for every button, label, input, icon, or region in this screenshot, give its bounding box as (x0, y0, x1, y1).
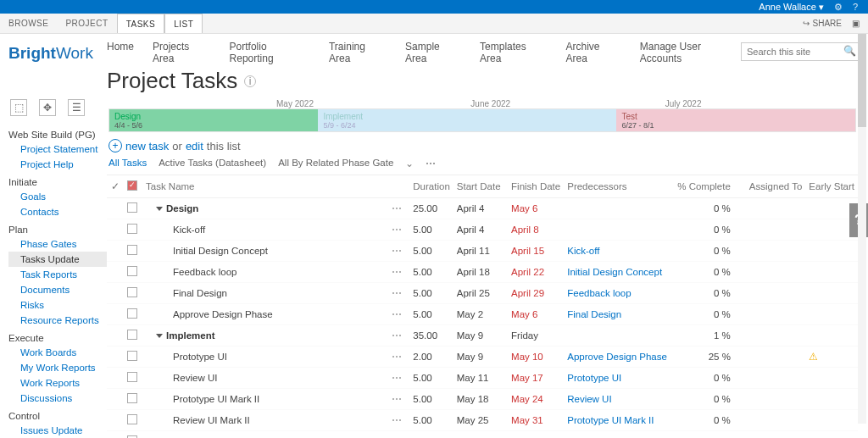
timeline-bar-design[interactable]: Design 4/4 - 5/6 (109, 109, 318, 131)
sidebar-item-help[interactable]: Project Help (8, 157, 107, 172)
table-row[interactable]: Prototype UI ⋯ 2.00 May 9 May 10 Approve… (107, 347, 858, 368)
row-menu[interactable]: ⋯ (384, 389, 409, 410)
nav-archive[interactable]: Archive Area (566, 41, 621, 64)
row-checkbox[interactable] (127, 308, 137, 319)
table-row[interactable]: Feedback loop ⋯ 5.00 April 18 April 22 I… (107, 262, 858, 283)
help-icon[interactable]: ? (853, 2, 858, 12)
nav-projects[interactable]: Projects Area (153, 41, 211, 64)
col-finish[interactable]: Finish Date (508, 175, 564, 198)
table-row[interactable]: Approve Design Phase ⋯ 5.00 May 2 May 6 … (107, 304, 858, 325)
table-row[interactable]: Initial Design Concept ⋯ 5.00 April 11 A… (107, 241, 858, 262)
row-menu[interactable]: ⋯ (384, 198, 409, 219)
view-all[interactable]: All Tasks (108, 158, 147, 169)
row-menu[interactable]: ⋯ (384, 262, 409, 283)
row-menu[interactable]: ⋯ (384, 304, 409, 325)
table-row[interactable]: Kick-off ⋯ 5.00 April 4 April 8 0 % (107, 219, 858, 241)
sidebar-group-control[interactable]: Control (8, 409, 107, 423)
sidebar-item-contacts[interactable]: Contacts (8, 204, 107, 219)
col-taskname[interactable]: Task Name (142, 175, 384, 198)
timeline-bar-implement[interactable]: Implement 5/9 - 6/24 (318, 109, 616, 131)
tab-tasks[interactable]: TASKS (117, 14, 165, 33)
sidebar-item-risks[interactable]: Risks (8, 297, 107, 313)
upload-icon[interactable]: ⬚ (10, 99, 27, 116)
sidebar-item-statement[interactable]: Project Statement (8, 141, 107, 157)
table-row[interactable]: Prototype UI Mark II ⋯ 5.00 May 18 May 2… (107, 389, 858, 410)
row-menu[interactable]: ⋯ (384, 283, 409, 304)
row-menu[interactable]: ⋯ (384, 431, 409, 439)
view-more[interactable]: ⋯ (426, 158, 437, 169)
nav-sample[interactable]: Sample Area (405, 41, 461, 64)
move-icon[interactable]: ✥ (39, 99, 56, 116)
scrollbar[interactable] (858, 34, 866, 424)
info-icon[interactable]: i (244, 75, 256, 87)
row-checkbox[interactable] (127, 245, 137, 255)
sidebar-item-goals[interactable]: Goals (8, 189, 107, 204)
table-row[interactable]: Implement ⋯ 35.00 May 9 Friday 1 % (107, 325, 858, 347)
row-checkbox[interactable] (127, 351, 137, 361)
sidebar-group-project[interactable]: Web Site Build (PG) (8, 128, 107, 141)
chevron-down-icon[interactable]: ⌄ (405, 158, 414, 169)
sidebar-group-plan[interactable]: Plan (8, 223, 107, 236)
sidebar-item-taskreports[interactable]: Task Reports (8, 267, 107, 282)
view-phasegate[interactable]: All By Related Phase Gate (278, 158, 393, 169)
gear-icon[interactable]: ⚙ (834, 2, 843, 13)
sidebar-item-discussions[interactable]: Discussions (8, 391, 107, 406)
table-row[interactable]: Review UI ⋯ 5.00 May 11 May 17 Prototype… (107, 368, 858, 389)
user-menu[interactable]: Anne Wallace ▾ (759, 2, 824, 13)
nav-templates[interactable]: Templates Area (480, 41, 547, 64)
nav-training[interactable]: Training Area (329, 41, 387, 64)
tab-browse[interactable]: BROWSE (0, 14, 57, 33)
table-row[interactable]: Final Design ⋯ 5.00 April 25 April 29 Fe… (107, 283, 858, 304)
sidebar-item-issuesupdate[interactable]: Issues Update (8, 423, 107, 438)
timeline-bar-test[interactable]: Test 6/27 - 8/1 (616, 109, 855, 131)
table-row[interactable]: Review UI Mark II ⋯ 5.00 May 25 May 31 P… (107, 410, 858, 431)
row-menu[interactable]: ⋯ (384, 410, 409, 431)
col-es[interactable]: Early Start (805, 175, 858, 198)
row-checkbox[interactable] (127, 224, 137, 234)
sidebar-item-workreports[interactable]: Work Reports (8, 375, 107, 391)
table-row[interactable]: Design ⋯ 25.00 April 4 May 6 0 % (107, 198, 858, 219)
col-select-all[interactable]: ✓ (107, 175, 124, 198)
sidebar-item-phasegates[interactable]: Phase Gates (8, 236, 107, 252)
sidebar-item-tasksupdate[interactable]: Tasks Update (8, 252, 107, 267)
search-icon[interactable]: 🔍 (843, 45, 856, 57)
nav-home[interactable]: Home (107, 41, 134, 64)
nav-users[interactable]: Manage User Accounts (640, 41, 741, 64)
logo[interactable]: BrightWork (8, 41, 107, 63)
row-menu[interactable]: ⋯ (384, 347, 409, 368)
table-row[interactable]: Final Build ⋯ 5.00 June 1 June 7 Review … (107, 431, 858, 439)
sidebar-item-workboards[interactable]: Work Boards (8, 345, 107, 360)
new-task-link[interactable]: new task (125, 140, 169, 152)
row-checkbox[interactable] (127, 414, 137, 424)
sidebar-item-resourcereports[interactable]: Resource Reports (8, 313, 107, 328)
row-menu[interactable]: ⋯ (384, 325, 409, 347)
row-checkbox[interactable] (127, 287, 137, 297)
col-pct[interactable]: % Complete (674, 175, 746, 198)
row-checkbox[interactable] (127, 330, 137, 340)
col-asg[interactable]: Assigned To (746, 175, 805, 198)
row-menu[interactable]: ⋯ (384, 368, 409, 389)
focus-icon[interactable]: ▣ (852, 19, 860, 28)
edit-list-link[interactable]: edit (186, 140, 203, 152)
col-duration[interactable]: Duration (409, 175, 453, 198)
row-checkbox[interactable] (127, 266, 137, 276)
nav-portfolio[interactable]: Portfolio Reporting (230, 41, 310, 64)
tab-project[interactable]: PROJECT (57, 14, 116, 33)
tab-list[interactable]: LIST (164, 14, 203, 33)
row-menu[interactable]: ⋯ (384, 219, 409, 241)
row-checkbox[interactable] (127, 393, 137, 403)
sidebar-group-initiate[interactable]: Initiate (8, 175, 107, 189)
list-icon[interactable]: ☰ (68, 99, 85, 116)
row-menu[interactable]: ⋯ (384, 241, 409, 262)
sidebar-item-documents[interactable]: Documents (8, 282, 107, 297)
col-complete-toggle[interactable] (124, 175, 142, 198)
sidebar-group-execute[interactable]: Execute (8, 331, 107, 345)
col-start[interactable]: Start Date (453, 175, 508, 198)
row-checkbox[interactable] (127, 202, 137, 213)
search-input[interactable] (741, 42, 860, 61)
view-active[interactable]: Active Tasks (Datasheet) (159, 158, 266, 169)
col-pred[interactable]: Predecessors (564, 175, 674, 198)
row-checkbox[interactable] (127, 372, 137, 382)
new-task-icon[interactable]: + (108, 139, 122, 152)
sidebar-item-myworkreports[interactable]: My Work Reports (8, 360, 107, 375)
